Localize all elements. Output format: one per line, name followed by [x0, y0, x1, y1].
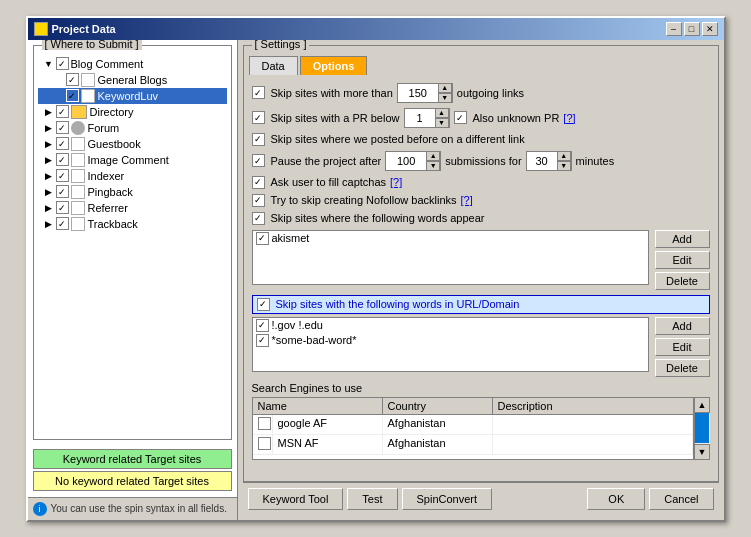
cb-forum[interactable] — [56, 121, 69, 134]
pause-v2-up[interactable]: ▲ — [557, 151, 571, 161]
cb-indexer[interactable] — [56, 169, 69, 182]
add-word-button[interactable]: Add — [655, 230, 710, 248]
skip-pr-label: Skip sites with a PR below — [271, 112, 400, 124]
skip-url-list[interactable]: !.gov !.edu *some-bad-word* — [252, 317, 649, 372]
pause-v1-down[interactable]: ▼ — [426, 161, 440, 171]
skip-nofollow-help[interactable]: [?] — [461, 194, 473, 206]
skip-pr-row: Skip sites with a PR below ▲ ▼ Also unkn… — [252, 108, 710, 128]
edit-word-button[interactable]: Edit — [655, 251, 710, 269]
spin-convert-button[interactable]: SpinConvert — [402, 488, 493, 510]
cb-akismet[interactable] — [256, 232, 269, 245]
pause-value1-input[interactable] — [386, 152, 426, 170]
keyword-related-button[interactable]: Keyword related Target sites — [33, 449, 232, 469]
tree-item-guestbook[interactable]: ▶ Guestbook — [38, 136, 227, 152]
toggle-trackback[interactable]: ▶ — [42, 217, 56, 231]
keyword-tool-button[interactable]: Keyword Tool — [248, 488, 344, 510]
cb-guestbook[interactable] — [56, 137, 69, 150]
cb-skip-nofollow[interactable] — [252, 194, 265, 207]
cb-url1[interactable] — [256, 319, 269, 332]
toggle-guestbook[interactable]: ▶ — [42, 137, 56, 151]
tab-options[interactable]: Options — [300, 56, 368, 75]
toggle-indexer[interactable]: ▶ — [42, 169, 56, 183]
tree-item-forum[interactable]: ▶ Forum — [38, 120, 227, 136]
cb-skip-words[interactable] — [252, 212, 265, 225]
tree-item-indexer[interactable]: ▶ Indexer — [38, 168, 227, 184]
pause-value2-input[interactable] — [527, 152, 557, 170]
edit-url-button[interactable]: Edit — [655, 338, 710, 356]
cb-general-blogs[interactable] — [66, 73, 79, 86]
tree-item-general-blogs[interactable]: General Blogs — [38, 72, 227, 88]
tree-item-directory[interactable]: ▶ Directory — [38, 104, 227, 120]
tree-item-trackback[interactable]: ▶ Trackback — [38, 216, 227, 232]
skip-pr-input[interactable] — [405, 109, 435, 127]
tree-item-blog-comment[interactable]: ▼ Blog Comment — [38, 56, 227, 72]
tree-item-image-comment[interactable]: ▶ Image Comment — [38, 152, 227, 168]
tree-item-pingback[interactable]: ▶ Pingback — [38, 184, 227, 200]
tree-item-referrer[interactable]: ▶ Referrer — [38, 200, 227, 216]
add-url-button[interactable]: Add — [655, 317, 710, 335]
skip-outgoing-down[interactable]: ▼ — [438, 93, 452, 103]
test-button[interactable]: Test — [347, 488, 397, 510]
toggle-image-comment[interactable]: ▶ — [42, 153, 56, 167]
toggle-pingback[interactable]: ▶ — [42, 185, 56, 199]
table-scrollbar[interactable]: ▲ ▼ — [694, 397, 710, 460]
scroll-up-btn[interactable]: ▲ — [694, 397, 710, 413]
close-button[interactable]: ✕ — [702, 22, 718, 36]
cb-pingback[interactable] — [56, 185, 69, 198]
cb-google-af[interactable] — [258, 417, 271, 430]
cb-trackback[interactable] — [56, 217, 69, 230]
toggle-directory[interactable]: ▶ — [42, 105, 56, 119]
skip-url-item-1[interactable]: !.gov !.edu — [253, 318, 648, 333]
skip-pr-down[interactable]: ▼ — [435, 118, 449, 128]
delete-url-button[interactable]: Delete — [655, 359, 710, 377]
toggle-forum[interactable]: ▶ — [42, 121, 56, 135]
cb-keywordluv[interactable] — [66, 89, 79, 102]
table-body[interactable]: google AF Afghanistan MSN AF Afghanistan — [252, 415, 694, 460]
skip-outgoing-label: Skip sites with more than — [271, 87, 393, 99]
skip-outgoing-up[interactable]: ▲ — [438, 83, 452, 93]
search-engines-label: Search Engines to use — [252, 382, 710, 394]
cb-pause-project[interactable] — [252, 154, 265, 167]
skip-outgoing-spinner[interactable]: ▲ ▼ — [397, 83, 453, 103]
cb-referrer[interactable] — [56, 201, 69, 214]
delete-word-button[interactable]: Delete — [655, 272, 710, 290]
cb-blog-comment[interactable] — [56, 57, 69, 70]
cb-skip-url[interactable] — [257, 298, 270, 311]
skip-pr-up[interactable]: ▲ — [435, 108, 449, 118]
toggle-blog-comment[interactable]: ▼ — [42, 57, 56, 71]
cb-image-comment[interactable] — [56, 153, 69, 166]
ask-captcha-help[interactable]: [?] — [390, 176, 402, 188]
cb-skip-outgoing[interactable] — [252, 86, 265, 99]
minimize-button[interactable]: – — [666, 22, 682, 36]
cb-msn-af[interactable] — [258, 437, 271, 450]
skip-words-list[interactable]: akismet — [252, 230, 649, 285]
skip-pr-spinner[interactable]: ▲ ▼ — [404, 108, 450, 128]
tab-data[interactable]: Data — [249, 56, 298, 75]
skip-outgoing-input[interactable] — [398, 84, 438, 102]
toggle-referrer[interactable]: ▶ — [42, 201, 56, 215]
cb-directory[interactable] — [56, 105, 69, 118]
tree-area[interactable]: ▼ Blog Comment General Blogs Ke — [34, 46, 231, 439]
cb-ask-captcha[interactable] — [252, 176, 265, 189]
no-keyword-button[interactable]: No keyword related Target sites — [33, 471, 232, 491]
skip-pr-help[interactable]: [?] — [563, 112, 575, 124]
table-row-msn-af[interactable]: MSN AF Afghanistan — [253, 435, 693, 455]
table-row-google-af[interactable]: google AF Afghanistan — [253, 415, 693, 435]
pause-value1-spinner[interactable]: ▲ ▼ — [385, 151, 441, 171]
skip-word-akismet[interactable]: akismet — [253, 231, 648, 246]
scroll-down-btn[interactable]: ▼ — [694, 444, 710, 460]
cell-name-1: google AF — [273, 415, 383, 434]
tree-item-keywordluv[interactable]: KeywordLuv — [38, 88, 227, 104]
pause-value2-spinner[interactable]: ▲ ▼ — [526, 151, 572, 171]
cb-skip-pr[interactable] — [252, 111, 265, 124]
pause-v1-up[interactable]: ▲ — [426, 151, 440, 161]
pause-v2-down[interactable]: ▼ — [557, 161, 571, 171]
cb-url2[interactable] — [256, 334, 269, 347]
cb-skip-posted[interactable] — [252, 133, 265, 146]
cancel-button[interactable]: Cancel — [649, 488, 713, 510]
ok-button[interactable]: OK — [587, 488, 645, 510]
label-guestbook: Guestbook — [88, 138, 141, 150]
cb-unknown-pr[interactable] — [454, 111, 467, 124]
skip-url-item-2[interactable]: *some-bad-word* — [253, 333, 648, 348]
maximize-button[interactable]: □ — [684, 22, 700, 36]
